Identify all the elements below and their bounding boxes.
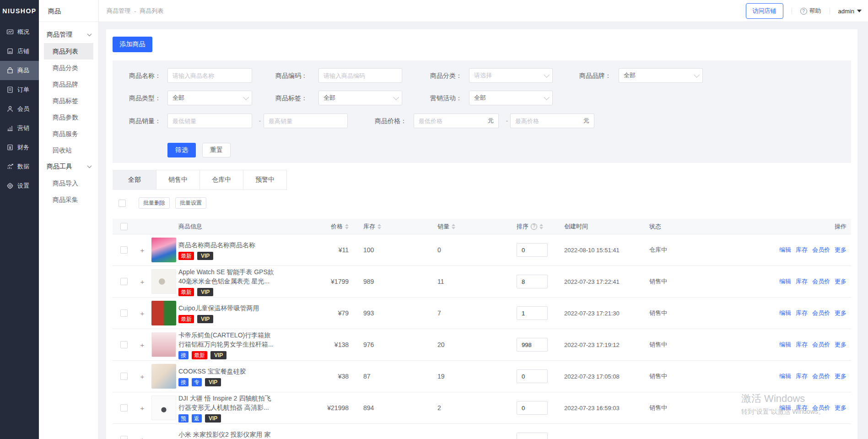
col-sort[interactable]: 排序? — [503, 219, 564, 234]
col-sales[interactable]: 销量 — [430, 219, 503, 234]
sidebar-item-marketing[interactable]: 营销 — [0, 119, 39, 138]
row-checkbox[interactable] — [120, 246, 128, 254]
stock-link[interactable]: 库存 — [796, 277, 808, 286]
member-price-link[interactable]: 会员价 — [812, 341, 830, 349]
submenu-item-goods-import[interactable]: 商品导入 — [44, 175, 93, 191]
sales-min-input[interactable] — [167, 114, 252, 128]
sort-input[interactable] — [517, 338, 548, 352]
add-product-button[interactable]: 添加商品 — [113, 37, 152, 52]
expand-button[interactable]: + — [140, 373, 145, 380]
sort-icon[interactable] — [452, 224, 455, 229]
more-link[interactable]: 更多 — [835, 277, 846, 286]
row-checkbox[interactable] — [120, 436, 128, 439]
sidebar-item-settings[interactable]: 设置 — [0, 176, 39, 195]
row-checkbox[interactable] — [120, 373, 128, 380]
product-name-line2[interactable]: 行箱铝框万向轮男女学生拉杆箱... — [178, 340, 274, 349]
product-name[interactable]: COOKSS 宝宝餐盘硅胶 — [178, 367, 246, 376]
sidebar-item-data[interactable]: 数据 — [0, 157, 39, 176]
type-select[interactable]: 全部 — [167, 91, 252, 105]
tab-on-sale[interactable]: 销售中 — [156, 170, 200, 190]
price-min-input[interactable] — [419, 118, 474, 125]
expand-button[interactable]: + — [140, 309, 145, 317]
sidebar-item-goods[interactable]: 商品 — [0, 61, 39, 80]
more-link[interactable]: 更多 — [835, 246, 846, 254]
member-price-link[interactable]: 会员价 — [812, 309, 830, 317]
edit-link[interactable]: 编辑 — [779, 341, 791, 349]
user-menu[interactable]: admin — [838, 8, 862, 15]
breadcrumb-goods-list[interactable]: 商品列表 — [140, 7, 163, 15]
help-button[interactable]: ? 帮助 — [800, 7, 821, 15]
tab-in-warehouse[interactable]: 仓库中 — [199, 170, 243, 190]
product-name[interactable]: 卡帝乐鳄鱼(CARTELO)行李箱旅 — [178, 331, 270, 340]
activity-select[interactable]: 全部 — [469, 91, 553, 105]
product-code-input[interactable] — [318, 68, 402, 83]
sidebar-item-overview[interactable]: 概况 — [0, 22, 39, 42]
sales-max-input[interactable] — [264, 114, 348, 128]
price-max-input[interactable] — [515, 118, 570, 125]
submenu-item-goods-category[interactable]: 商品分类 — [44, 60, 93, 76]
more-link[interactable]: 更多 — [835, 372, 846, 380]
filter-button[interactable]: 筛选 — [167, 143, 196, 157]
sort-icon[interactable] — [539, 224, 543, 229]
sort-icon[interactable] — [377, 224, 381, 229]
sort-input[interactable] — [517, 306, 548, 320]
product-name-input[interactable] — [167, 68, 252, 83]
product-name[interactable]: Apple Watch SE 智能手表 GPS款 — [178, 267, 274, 276]
product-name[interactable]: DJI 大疆 悟 Inspire 2 四轴航拍飞 — [178, 394, 271, 403]
stock-link[interactable]: 库存 — [796, 404, 808, 412]
more-link[interactable]: 更多 — [835, 341, 846, 349]
brand-select[interactable]: 全部 — [619, 68, 703, 83]
member-price-link[interactable]: 会员价 — [812, 246, 830, 254]
edit-link[interactable]: 编辑 — [779, 372, 791, 380]
col-stock[interactable]: 库存 — [352, 219, 430, 234]
submenu-item-goods-label[interactable]: 商品标签 — [44, 92, 93, 109]
submenu-item-goods-collect[interactable]: 商品采集 — [44, 191, 93, 208]
product-name[interactable]: Cuipo儿童保温杯带吸管两用 — [178, 304, 259, 313]
category-select[interactable]: 请选择 — [469, 68, 553, 83]
sidebar-item-shop[interactable]: 店铺 — [0, 42, 39, 61]
product-name-line2[interactable]: 40毫米米金色铝金属表壳 星光... — [178, 276, 270, 286]
row-checkbox[interactable] — [120, 309, 128, 317]
sidebar-item-orders[interactable]: 订单 — [0, 80, 39, 99]
row-checkbox[interactable] — [120, 341, 128, 348]
stock-link[interactable]: 库存 — [796, 309, 808, 317]
select-all-checkbox[interactable] — [119, 200, 126, 207]
edit-link[interactable]: 编辑 — [779, 277, 791, 286]
more-link[interactable]: 更多 — [835, 309, 846, 317]
sidebar-item-members[interactable]: 会员 — [0, 99, 39, 119]
expand-button[interactable]: + — [140, 436, 145, 439]
tag-select[interactable]: 全部 — [318, 91, 402, 105]
col-price[interactable]: 价格 — [293, 219, 352, 234]
sort-input[interactable] — [517, 369, 548, 383]
sort-input[interactable] — [517, 433, 548, 439]
product-name[interactable]: 小米 米家投影仪2 投影仪家用 家 — [178, 430, 270, 439]
sort-icon[interactable] — [345, 224, 349, 229]
row-checkbox[interactable] — [120, 278, 128, 285]
batch-set-button[interactable]: 批量设置 — [175, 197, 206, 209]
edit-link[interactable]: 编辑 — [779, 246, 791, 254]
submenu-item-recycle-bin[interactable]: 回收站 — [44, 142, 93, 158]
submenu-item-goods-params[interactable]: 商品参数 — [44, 109, 93, 125]
row-checkbox[interactable] — [120, 404, 128, 412]
stock-link[interactable]: 库存 — [796, 246, 808, 254]
batch-delete-button[interactable]: 批量删除 — [139, 197, 170, 209]
expand-button[interactable]: + — [140, 278, 145, 286]
sort-input[interactable] — [517, 275, 548, 288]
edit-link[interactable]: 编辑 — [779, 309, 791, 317]
breadcrumb-goods-manage[interactable]: 商品管理 — [107, 7, 130, 15]
product-name-line2[interactable]: 行器变形无人机航拍器 高清影... — [178, 403, 269, 412]
sort-help-icon[interactable]: ? — [531, 223, 537, 230]
more-link[interactable]: 更多 — [835, 404, 846, 412]
reset-button[interactable]: 重置 — [202, 143, 231, 157]
sort-input[interactable] — [517, 243, 548, 257]
sort-input[interactable] — [517, 401, 548, 415]
sidebar-item-finance[interactable]: 财务 — [0, 138, 39, 157]
member-price-link[interactable]: 会员价 — [812, 372, 830, 380]
tab-warning[interactable]: 预警中 — [243, 170, 287, 190]
stock-link[interactable]: 库存 — [796, 372, 808, 380]
stock-link[interactable]: 库存 — [796, 341, 808, 349]
submenu-item-goods-list[interactable]: 商品列表 — [44, 43, 93, 60]
product-name[interactable]: 商品名称商品名称商品名称 — [178, 240, 255, 249]
submenu-group-goods-tools[interactable]: 商品工具 — [39, 158, 98, 175]
submenu-group-goods-manage[interactable]: 商品管理 — [39, 27, 98, 43]
